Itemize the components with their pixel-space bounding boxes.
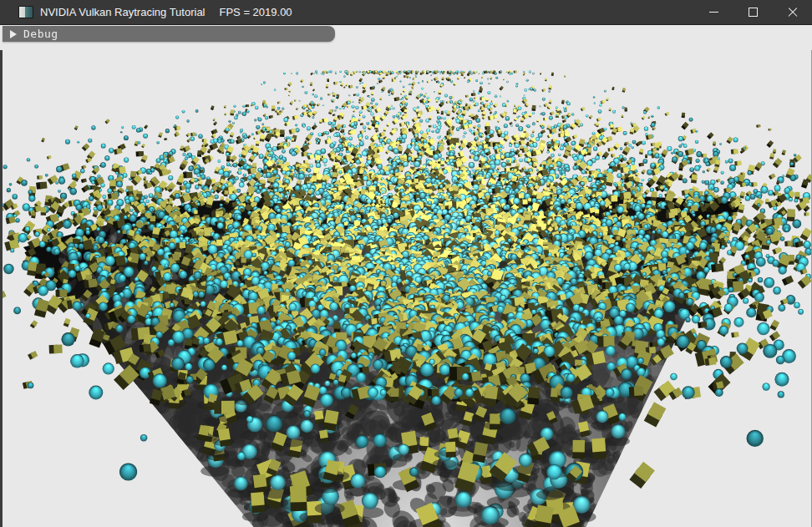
close-icon [788, 8, 798, 18]
app-window: Debug NVIDIA Vulkan Raytracing Tutorial … [0, 0, 812, 527]
titlebar[interactable]: NVIDIA Vulkan Raytracing Tutorial FPS = … [0, 0, 812, 25]
maximize-icon [749, 8, 758, 17]
maximize-button[interactable] [733, 0, 773, 25]
triangle-right-icon [10, 30, 17, 38]
raytraced-scene-canvas[interactable] [0, 0, 812, 527]
window-title: NVIDIA Vulkan Raytracing Tutorial [40, 6, 206, 18]
render-viewport[interactable]: Debug [0, 25, 812, 527]
minimize-button[interactable] [694, 0, 733, 25]
debug-header-label: Debug [23, 28, 58, 40]
close-button[interactable] [773, 0, 812, 25]
fps-counter: FPS = 2019.00 [220, 6, 292, 18]
minimize-icon [709, 12, 718, 13]
app-thumbnail-icon [18, 6, 33, 18]
debug-collapsing-header[interactable]: Debug [3, 26, 335, 42]
window-border-left [0, 50, 3, 527]
